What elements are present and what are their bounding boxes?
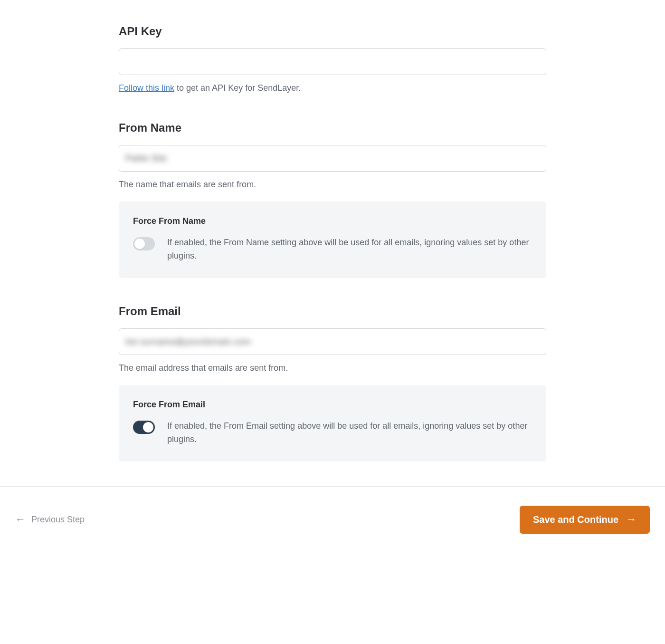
force-from-email-box: Force From Email If enabled, the From Em…: [119, 385, 546, 461]
from-name-label: From Name: [119, 119, 546, 136]
from-name-input[interactable]: [119, 145, 546, 172]
from-email-label: From Email: [119, 303, 546, 320]
save-continue-label: Save and Continue: [533, 514, 618, 525]
force-from-email-title: Force From Email: [133, 398, 532, 411]
api-key-group: API Key Follow this link to get an API K…: [119, 23, 546, 95]
arrow-left-icon: ←: [15, 514, 26, 525]
save-continue-button[interactable]: Save and Continue →: [520, 506, 650, 534]
api-key-help-text: to get an API Key for SendLayer.: [174, 83, 301, 93]
force-from-name-desc: If enabled, the From Name setting above …: [167, 236, 532, 263]
force-from-name-title: Force From Name: [133, 215, 532, 228]
footer-bar: ← Previous Step Save and Continue →: [0, 486, 665, 562]
api-key-input[interactable]: [119, 48, 546, 75]
from-name-help: The name that emails are sent from.: [119, 178, 546, 191]
arrow-right-icon: →: [626, 514, 636, 525]
previous-step-link[interactable]: ← Previous Step: [15, 513, 85, 526]
api-key-help-link[interactable]: Follow this link: [119, 83, 174, 93]
force-from-email-desc: If enabled, the From Email setting above…: [167, 420, 532, 446]
from-email-group: From Email her.surname@yourdomain.com Th…: [119, 303, 546, 461]
from-email-help: The email address that emails are sent f…: [119, 362, 546, 375]
from-email-input[interactable]: [119, 328, 546, 355]
from-name-group: From Name Pattie Site The name that emai…: [119, 119, 546, 278]
api-key-label: API Key: [119, 23, 546, 40]
force-from-name-toggle[interactable]: [133, 237, 155, 250]
force-from-email-toggle[interactable]: [133, 421, 155, 434]
api-key-help: Follow this link to get an API Key for S…: [119, 82, 546, 95]
previous-step-label: Previous Step: [31, 513, 85, 526]
force-from-name-box: Force From Name If enabled, the From Nam…: [119, 202, 546, 278]
